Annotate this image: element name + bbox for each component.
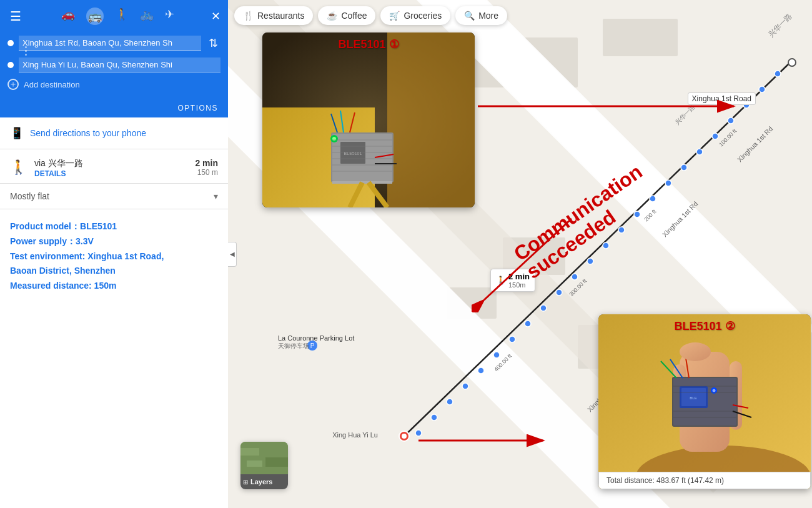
svg-point-19 [665,180,671,186]
ble2-title: BLE5101 ② [674,319,735,333]
walk-info-box: 🚶 2 min 150m [490,269,535,292]
env-value2: Baoan District, Shenzhen [10,266,116,276]
sidebar-collapse-handle[interactable]: ◀ [228,242,237,267]
ble1-title: BLE5101 ① [338,37,399,51]
svg-point-101 [680,342,711,361]
sidebar: ☰ 🚗 🚌 🚶 🚲 ✈ ✕ ⇅ [0,0,228,508]
send-directions-label: Send directions to your phone [30,128,146,138]
restaurants-pill[interactable]: 🍴 Restaurants [234,6,313,25]
route-connector [25,46,27,56]
total-dist-box: Total distance: 483.67 ft (147.42 m) [598,472,811,489]
walk-time: 2 min [508,272,530,281]
dist-label: Measured distance: [10,281,92,291]
svg-point-34 [431,414,437,421]
groceries-icon: 🛒 [389,11,400,21]
route-info: via 兴华一路 DETAILS [34,158,187,178]
ble-photo-1: BLE5101 ① BLE5101 [262,32,475,207]
route-time: 2 min 150 m [195,158,218,177]
dist-value: 150m [94,281,117,291]
layers-label: Layers [250,478,272,486]
chevron-down-icon: ▾ [214,191,218,201]
close-icon[interactable]: ✕ [211,9,220,23]
more-label: More [478,11,498,21]
svg-point-32 [462,383,468,389]
sidebar-header: ☰ 🚗 🚌 🚶 🚲 ✈ ✕ ⇅ [0,0,228,99]
walk-dist: 150m [508,281,530,289]
svg-point-26 [556,289,562,296]
layers-button[interactable]: ⊞ Layers [240,442,288,489]
svg-text:P: P [310,342,315,349]
restaurants-label: Restaurants [257,11,304,21]
send-directions-row[interactable]: 📱 Send directions to your phone [0,117,228,149]
power-label: Power supply： [10,236,76,246]
walk-result-icon: 🚶 [10,159,27,176]
start-input[interactable] [19,36,201,51]
svg-point-30 [493,352,500,358]
map-topbar: 🍴 Restaurants ☕ Coffee 🛒 Groceries 🔍 Mor… [234,6,507,25]
svg-point-23 [603,242,609,249]
product-info: Product model：BLE5101 Power supply：3.3V … [0,209,228,508]
restaurant-icon: 🍴 [243,11,254,21]
xinghua-road-label: Xinghua 1st Road [692,94,751,103]
svg-point-35 [415,430,422,436]
swap-icon[interactable]: ⇅ [206,34,220,52]
options-label: OPTIONS [177,104,218,112]
send-icon: 📱 [10,126,24,140]
route-dist-value: 150 m [195,168,218,177]
test-env-line2: Baoan District, Shenzhen [10,264,218,279]
route-inputs: ⇅ ＋ Add destination [7,30,220,99]
more-pill[interactable]: 🔍 More [455,6,507,25]
options-bar: OPTIONS [0,99,228,117]
svg-point-21 [634,211,640,217]
route-via: via 兴华一路 [34,158,187,169]
groceries-pill[interactable]: 🛒 Groceries [380,6,450,25]
terrain-row[interactable]: Mostly flat ▾ [0,184,228,209]
end-dot [7,62,14,68]
layers-thumbnail [240,442,288,474]
product-model-line: Product model：BLE5101 [10,219,218,234]
route-result: 🚶 via 兴华一路 DETAILS 2 min 150 m [0,149,228,184]
power-value: 3.3V [76,236,94,246]
svg-text:Xing Hua Yi Lu: Xing Hua Yi Lu [332,431,378,439]
coffee-pill[interactable]: ☕ Coffee [318,6,375,25]
svg-point-13 [759,86,765,92]
svg-text:BLE5101: BLE5101 [344,151,362,156]
env-value: Xinghua 1st Road, [87,251,164,261]
nav-icon-bike[interactable]: 🚲 [140,7,154,25]
product-model-value: BLE5101 [80,221,117,231]
coffee-icon: ☕ [327,11,337,21]
svg-point-91 [713,389,716,392]
more-search-icon: 🔍 [464,11,475,21]
add-dest-icon: ＋ [7,79,19,90]
svg-rect-53 [387,32,475,207]
coffee-label: Coffee [341,11,367,21]
svg-rect-3 [603,19,678,56]
layers-icon: ⊞ [243,479,248,486]
nav-icon-walk[interactable]: 🚶 [115,7,129,25]
layers-label-bar: ⊞ Layers [240,474,288,489]
route-details-link[interactable]: DETAILS [34,169,187,178]
ble-photo-2: BLE5101 ② [598,314,811,489]
svg-point-29 [509,336,515,342]
svg-point-33 [447,399,453,405]
hamburger-icon[interactable]: ☰ [7,6,24,26]
svg-point-12 [775,71,781,77]
nav-icons: 🚗 🚌 🚶 🚲 ✈ [30,7,205,25]
add-destination-row[interactable]: ＋ Add destination [7,74,220,92]
end-input[interactable] [19,57,220,72]
test-env-line1: Test environment: Xinghua 1st Road, [10,249,218,264]
total-dist-text: Total distance: 483.67 ft (147.42 m) [607,476,724,485]
svg-point-18 [681,164,687,171]
walk-box-icon: 🚶 [496,276,506,285]
add-dest-label: Add destination [24,80,80,89]
svg-point-20 [650,196,656,202]
svg-text:BLE: BLE [690,396,696,400]
product-model-label: Product model： [10,221,80,231]
svg-point-31 [478,367,484,374]
nav-icon-bus[interactable]: 🚌 [86,7,104,25]
svg-point-15 [728,117,734,124]
nav-icon-flight[interactable]: ✈ [165,7,174,25]
svg-point-28 [525,321,531,327]
xinghua-road-callout: Xinghua 1st Road [688,92,756,105]
nav-icon-car[interactable]: 🚗 [61,7,75,25]
